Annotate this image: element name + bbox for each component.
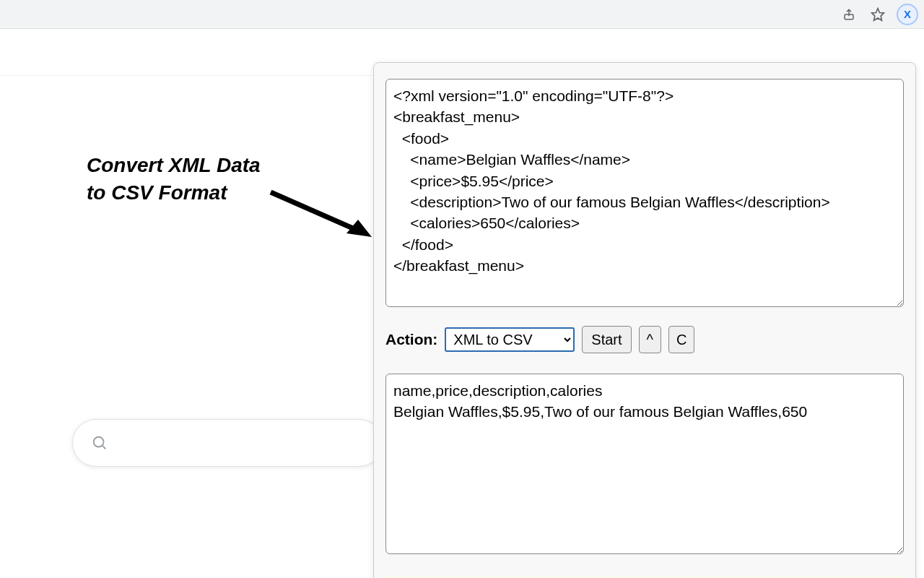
arrow-icon: [267, 186, 375, 244]
csv-output[interactable]: [385, 374, 904, 554]
swap-button[interactable]: ^: [639, 326, 661, 353]
start-button[interactable]: Start: [582, 326, 631, 353]
extension-badge-letter: X: [904, 8, 911, 20]
search-icon: [92, 435, 108, 451]
promo-title: Convert XML Data to CSV Format: [87, 152, 261, 207]
svg-line-2: [271, 192, 359, 231]
action-select[interactable]: XML to CSV: [445, 327, 575, 352]
browser-toolbar: X: [0, 0, 924, 29]
extension-badge[interactable]: X: [897, 4, 918, 25]
clear-button[interactable]: C: [668, 326, 694, 353]
promo-title-line1: Convert XML Data: [87, 154, 261, 176]
svg-point-4: [94, 437, 104, 447]
star-icon[interactable]: [868, 4, 888, 25]
svg-marker-1: [872, 8, 884, 20]
svg-line-5: [103, 446, 106, 449]
promo-title-line2: to CSV Format: [87, 181, 227, 204]
xml-input[interactable]: [385, 79, 904, 307]
action-label: Action:: [385, 331, 437, 348]
left-background: [0, 75, 372, 538]
page-body: Convert XML Data to CSV Format Action: X…: [0, 29, 924, 578]
extension-panel: Action: XML to CSV Start ^ C Tips: This …: [373, 62, 916, 578]
action-row: Action: XML to CSV Start ^ C: [385, 326, 904, 353]
share-icon[interactable]: [839, 4, 859, 25]
search-input[interactable]: [72, 419, 383, 467]
